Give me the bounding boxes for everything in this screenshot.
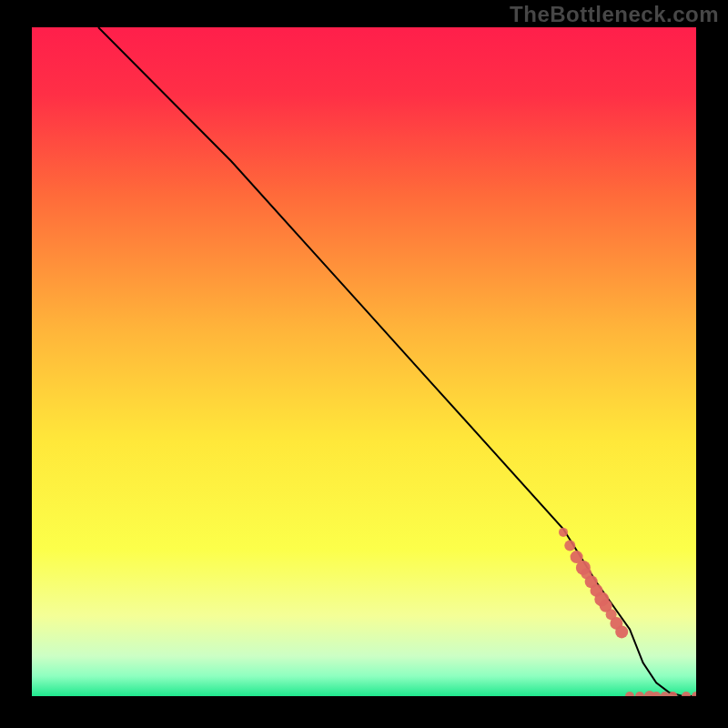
- attribution-watermark: TheBottleneck.com: [510, 2, 719, 27]
- plot-area: [32, 27, 696, 696]
- data-point: [692, 692, 696, 696]
- chart-overlay: [32, 27, 696, 696]
- data-point: [615, 625, 628, 638]
- data-point: [625, 692, 634, 696]
- data-point: [559, 528, 568, 537]
- data-point: [682, 692, 691, 696]
- data-points: [559, 528, 696, 696]
- data-point: [564, 541, 575, 551]
- data-point: [635, 692, 644, 696]
- chart-frame: TheBottleneck.com: [0, 0, 728, 728]
